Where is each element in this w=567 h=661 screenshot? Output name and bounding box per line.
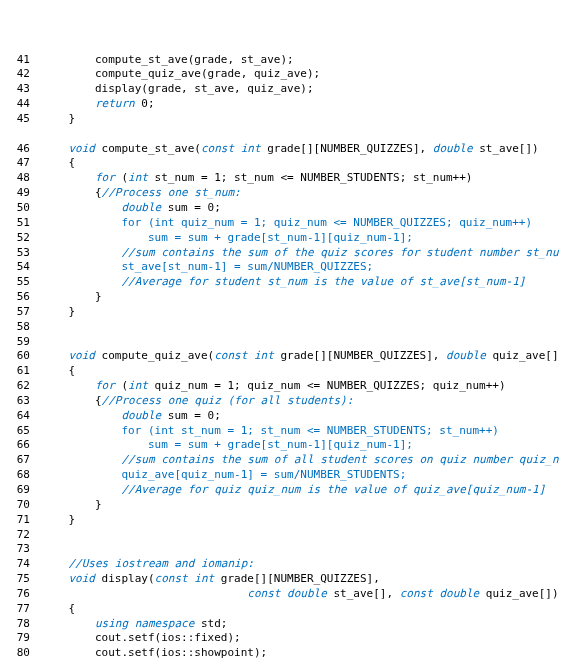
highlighted-code: quiz_ave[quiz_num-1] = sum/NUMBER_STUDEN… [121, 468, 406, 481]
code-line: 47 { [8, 156, 559, 171]
line-number: 79 [8, 631, 30, 646]
highlighted-code: sum = sum + grade[st_num-1][quiz_num-1]; [148, 231, 413, 244]
line-number: 67 [8, 453, 30, 468]
code-line: 72 [8, 528, 559, 543]
code-text: quiz_num = 1; quiz_num <= NUMBER_QUIZZES… [148, 379, 506, 392]
line-number: 74 [8, 557, 30, 572]
line-number: 65 [8, 424, 30, 439]
code-text: display( [95, 572, 155, 585]
comment: //Average for student st_num is the valu… [121, 275, 525, 288]
line-number: 69 [8, 483, 30, 498]
code-text: cout.setf(ios::fixed); [95, 631, 241, 644]
line-number: 71 [8, 513, 30, 528]
code-line: 56 } [8, 290, 559, 305]
code-line: 46 void compute_st_ave(const int grade[]… [8, 142, 559, 157]
code-text: ( [115, 171, 128, 184]
line-number: 66 [8, 438, 30, 453]
line-number: 76 [8, 587, 30, 602]
code-line: 59 [8, 335, 559, 350]
keyword: double [446, 349, 486, 362]
line-number: 62 [8, 379, 30, 394]
code-line: 75 void display(const int grade[][NUMBER… [8, 572, 559, 587]
code-text: ( [115, 379, 128, 392]
keyword: using namespace [95, 617, 194, 630]
code-text: quiz_ave[]) [479, 587, 558, 600]
code-line: 50 double sum = 0; [8, 201, 559, 216]
code-line: 53 //sum contains the sum of the quiz sc… [8, 246, 559, 261]
comment: //sum contains the sum of the quiz score… [121, 246, 559, 259]
code-text: compute_st_ave( [95, 142, 201, 155]
code-text: compute_quiz_ave( [95, 349, 214, 362]
code-line: 55 //Average for student st_num is the v… [8, 275, 559, 290]
code-line: 73 [8, 542, 559, 557]
code-text: cout.setf(ios::showpoint); [95, 646, 267, 659]
code-text: grade[][NUMBER_QUIZZES], [261, 142, 433, 155]
line-number: 49 [8, 186, 30, 201]
code-line: 43 display(grade, st_ave, quiz_ave); [8, 82, 559, 97]
comment: //Process one st_num: [102, 186, 241, 199]
highlighted-code: for (int quiz_num = 1; quiz_num <= NUMBE… [121, 216, 532, 229]
code-text: compute_st_ave(grade, st_ave); [95, 53, 294, 66]
code-line: 66 sum = sum + grade[st_num-1][quiz_num-… [8, 438, 559, 453]
line-number: 59 [8, 335, 30, 350]
line-number: 77 [8, 602, 30, 617]
line-number: 54 [8, 260, 30, 275]
code-text: } [69, 305, 76, 318]
line-number: 53 [8, 246, 30, 261]
code-line: 70 } [8, 498, 559, 513]
code-text: grade[][NUMBER_QUIZZES], [274, 349, 446, 362]
code-line: 63 {//Process one quiz (for all students… [8, 394, 559, 409]
code-line: 76 const double st_ave[], const double q… [8, 587, 559, 602]
code-line: 78 using namespace std; [8, 617, 559, 632]
code-text: { [69, 602, 76, 615]
keyword: void [69, 349, 96, 362]
keyword: double [433, 142, 473, 155]
code-text: compute_quiz_ave(grade, quiz_ave); [95, 67, 320, 80]
code-text: } [69, 513, 76, 526]
code-text: } [95, 498, 102, 511]
line-number: 52 [8, 231, 30, 246]
line-number: 42 [8, 67, 30, 82]
code-line: 60 void compute_quiz_ave(const int grade… [8, 349, 559, 364]
line-number: 48 [8, 171, 30, 186]
code-line: 52 sum = sum + grade[st_num-1][quiz_num-… [8, 231, 559, 246]
comment: //Uses iostream and iomanip: [69, 557, 254, 570]
keyword: void [69, 572, 96, 585]
comment: //Average for quiz quiz_num is the value… [121, 483, 545, 496]
line-number: 45 [8, 112, 30, 127]
code-text: display(grade, st_ave, quiz_ave); [95, 82, 314, 95]
line-number: 64 [8, 409, 30, 424]
line-number: 56 [8, 290, 30, 305]
keyword: double [121, 409, 161, 422]
code-line: 49 {//Process one st_num: [8, 186, 559, 201]
keyword: const int [214, 349, 274, 362]
line-number: 63 [8, 394, 30, 409]
code-text: 0; [135, 97, 155, 110]
code-text: quiz_ave[]) [486, 349, 559, 362]
blank-line [8, 127, 559, 142]
code-line: 69 //Average for quiz quiz_num is the va… [8, 483, 559, 498]
code-line: 42 compute_quiz_ave(grade, quiz_ave); [8, 67, 559, 82]
line-number: 55 [8, 275, 30, 290]
line-number: 46 [8, 142, 30, 157]
line-number: 80 [8, 646, 30, 661]
code-line: 57 } [8, 305, 559, 320]
code-text: } [95, 290, 102, 303]
line-number: 43 [8, 82, 30, 97]
line-number: 75 [8, 572, 30, 587]
code-line: 71 } [8, 513, 559, 528]
code-line: 51 for (int quiz_num = 1; quiz_num <= NU… [8, 216, 559, 231]
code-line: 65 for (int st_num = 1; st_num <= NUMBER… [8, 424, 559, 439]
keyword: int [128, 379, 148, 392]
line-number: 60 [8, 349, 30, 364]
highlighted-code: for (int st_num = 1; st_num <= NUMBER_ST… [121, 424, 499, 437]
keyword: double [121, 201, 161, 214]
line-number: 78 [8, 617, 30, 632]
code-text: sum = 0; [161, 409, 221, 422]
code-text: st_ave[]) [473, 142, 539, 155]
code-text: { [95, 394, 102, 407]
code-line: 77 { [8, 602, 559, 617]
line-number: 70 [8, 498, 30, 513]
line-number: 61 [8, 364, 30, 379]
code-text: grade[][NUMBER_QUIZZES], [214, 572, 380, 585]
